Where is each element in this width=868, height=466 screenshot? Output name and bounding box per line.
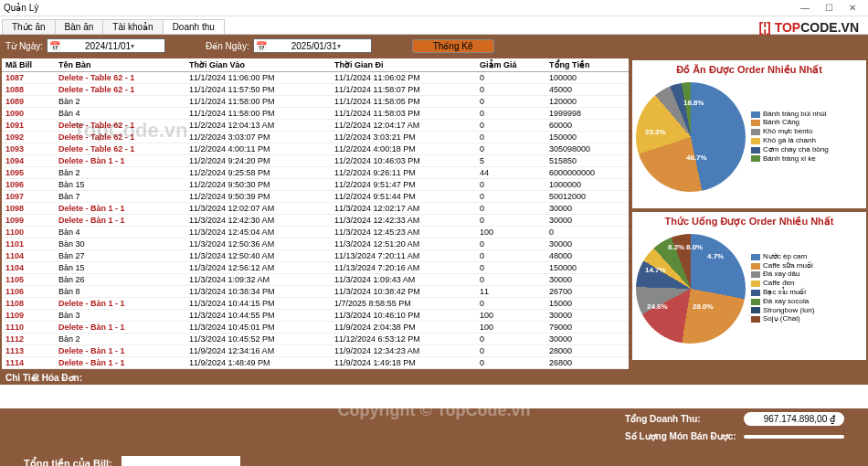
table-row[interactable]: 1088Delete - Table 62 - 111/1/2024 11:57… [2,84,629,96]
tab-thức-ăn[interactable]: Thức ăn [2,19,56,34]
summary-bar: Tổng tiền của Bill: Tổng Doanh Thu: 967.… [0,408,868,466]
column-header[interactable]: Thời Gian Đi [331,58,476,72]
table-row[interactable]: 1098Delete - Bàn 1 - 111/3/2024 12:02:07… [2,203,629,215]
table-row[interactable]: 1090Bàn 411/1/2024 11:58:00 PM11/1/2024 … [2,108,629,120]
close-button[interactable]: ✕ [841,3,864,13]
table-row[interactable]: 1105Bàn 2611/3/2024 1:09:32 AM11/3/2024 … [2,274,629,286]
drink-pie: 28.0%24.6%14.7%8.2%8.0%4.7% [636,234,746,344]
detail-header: Chi Tiết Hóa Đơn: [0,371,868,385]
bill-total-label: Tổng tiền của Bill: [24,458,112,467]
column-header[interactable]: Tổng Tiền [545,58,629,72]
minimize-button[interactable]: — [793,3,817,13]
column-header[interactable]: Tên Bàn [55,58,185,72]
revenue-label: Tổng Doanh Thu: [625,414,744,424]
bill-table: Mã BillTên BànThời Gian VàoThời Gian ĐiG… [2,58,629,369]
column-header[interactable]: Mã Bill [2,58,55,72]
legend-item: Bánh tráng xi ke [751,155,863,164]
from-date-label: Từ Ngày: [5,41,43,51]
count-label: Số Lượng Món Bán Được: [625,431,744,441]
legend-item: Bạc xỉu muối [751,289,863,297]
food-legend: Bánh tráng bùi nhùiBánh CăngKhô mực bent… [746,111,863,164]
food-chart-title: Đồ Ăn Được Order Nhiều Nhất [636,64,863,76]
chevron-down-icon: ▾ [131,42,163,50]
table-row[interactable]: 1094Delete - Bàn 1 - 111/2/2024 9:24:20 … [2,155,629,167]
table-row[interactable]: 1099Delete - Bàn 1 - 111/3/2024 12:42:30… [2,215,629,227]
titlebar: Quản Lý — ☐ ✕ [0,0,868,16]
maximize-button[interactable]: ☐ [817,3,841,13]
table-row[interactable]: 1087Delete - Table 62 - 111/1/2024 11:06… [2,72,629,84]
table-row[interactable]: 1115Delete - Bàn 1 - 111/9/2024 1:49:21 … [2,369,629,370]
count-value [744,435,844,439]
detail-list[interactable] [0,385,868,408]
statistics-button[interactable]: Thống Kê [412,39,494,53]
drink-chart-title: Thức Uống Được Order Nhiều Nhất [636,216,863,228]
legend-item: Khô mực bento [751,128,863,136]
column-header[interactable]: Giảm Giá [476,58,545,72]
legend-item: Caffe sữa muối [751,262,863,270]
bill-total-value [122,456,240,466]
bill-table-panel: Mã BillTên BànThời Gian VàoThời Gian ĐiG… [0,57,630,371]
legend-item: Nước ép cam [751,253,863,261]
table-row[interactable]: 1106Bàn 811/3/2024 10:38:34 PM11/3/2024 … [2,286,629,298]
bill-total-row: Tổng tiền của Bill: [5,456,616,466]
column-header[interactable]: Thời Gian Vào [185,58,331,72]
detail-section: Chi Tiết Hóa Đơn: [0,371,868,408]
table-row[interactable]: 1095Bàn 211/2/2024 9:25:58 PM11/2/2024 9… [2,167,629,179]
table-row[interactable]: 1110Delete - Bàn 1 - 111/3/2024 10:45:01… [2,322,629,334]
bill-table-scroll[interactable]: Mã BillTên BànThời Gian VàoThời Gian ĐiG… [2,58,629,369]
table-row[interactable]: 1114Delete - Bàn 1 - 111/9/2024 1:48:49 … [2,357,629,369]
table-row[interactable]: 1112Bàn 211/3/2024 10:45:52 PM11/12/2024… [2,334,629,345]
to-date-input[interactable]: 📅 2025/01/31 ▾ [253,38,372,53]
legend-item: Caffe đen [751,280,863,288]
table-row[interactable]: 1096Bàn 1511/2/2024 9:50:30 PM11/2/2024 … [2,179,629,191]
food-chart: Đồ Ăn Được Order Nhiều Nhất 46.7%23.3%18… [632,60,866,208]
date-filter-bar: Từ Ngày: 📅 2024/11/01 ▾ Đến Ngày: 📅 2025… [0,35,868,57]
app-title: Quản Lý [4,3,793,13]
table-row[interactable]: 1108Delete - Bàn 1 - 111/3/2024 10:44:15… [2,298,629,310]
legend-item: Sojụ (Chai) [751,315,863,323]
table-row[interactable]: 1097Bàn 711/2/2024 9:50:39 PM11/2/2024 9… [2,191,629,203]
revenue-value: 967.174.898,00 ₫ [744,412,844,426]
tab-doanh-thu[interactable]: Doanh thu [163,19,225,34]
drink-legend: Nước ép camCaffe sữa muốiĐá xay dâuCaffe… [746,253,863,324]
table-row[interactable]: 1113Delete - Bàn 1 - 111/9/2024 12:34:16… [2,345,629,357]
chevron-down-icon: ▾ [337,42,369,50]
legend-item: Bánh tráng bùi nhùi [751,111,863,119]
from-date-input[interactable]: 📅 2024/11/01 ▾ [47,38,165,53]
table-row[interactable]: 1109Bàn 311/3/2024 10:44:55 PM11/3/2024 … [2,310,629,322]
table-row[interactable]: 1104Bàn 2711/3/2024 12:50:40 AM11/13/202… [2,250,629,262]
legend-item: Cơm cháy chà bông [751,146,863,154]
drink-chart: Thức Uống Được Order Nhiều Nhất 28.0%24.… [632,212,866,360]
table-row[interactable]: 1100Bàn 411/3/2024 12:45:04 AM11/3/2024 … [2,227,629,238]
to-date-label: Đến Ngày: [206,41,249,51]
tab-tài-khoản[interactable]: Tài khoản [102,19,163,34]
tab-bàn-ăn[interactable]: Bàn ăn [55,19,104,34]
table-row[interactable]: 1089Bàn 211/1/2024 11:58:00 PM11/1/2024 … [2,96,629,108]
table-row[interactable]: 1091Delete - Table 62 - 111/2/2024 12:04… [2,120,629,132]
tab-bar: Thức ănBàn ănTài khoảnDoanh thu [0,16,868,35]
legend-item: Khô gà lá chanh [751,137,863,145]
food-pie: 46.7%23.3%18.8% [636,82,746,192]
calendar-icon: 📅 [49,41,81,51]
charts-panel: Đồ Ăn Được Order Nhiều Nhất 46.7%23.3%18… [630,57,868,371]
legend-item: Đá xay socola [751,298,863,306]
legend-item: Bánh Căng [751,119,863,127]
calendar-icon: 📅 [256,41,288,51]
table-row[interactable]: 1092Delete - Table 62 - 111/2/2024 3:03:… [2,132,629,143]
table-row[interactable]: 1101Bàn 3011/3/2024 12:50:36 AM11/3/2024… [2,238,629,250]
table-row[interactable]: 1093Delete - Table 62 - 111/2/2024 4:00:… [2,143,629,155]
table-row[interactable]: 1104Bàn 1511/3/2024 12:56:12 AM11/13/202… [2,262,629,274]
legend-item: Đá xay dâu [751,270,863,279]
legend-item: Strongbow (lon) [751,307,863,315]
